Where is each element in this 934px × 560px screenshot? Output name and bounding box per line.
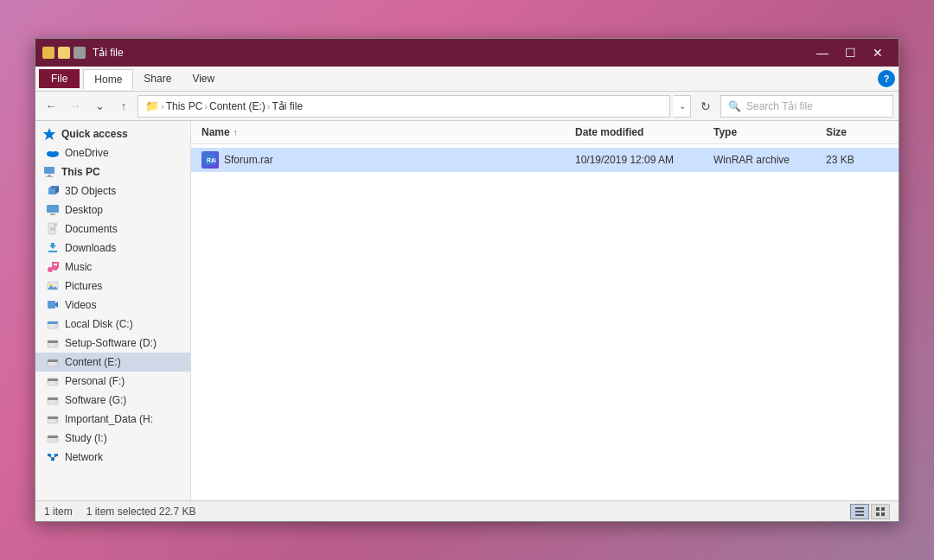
svg-point-32 — [55, 325, 57, 327]
this-pc-label: This PC — [61, 166, 100, 178]
cube-icon — [46, 184, 60, 198]
back-button[interactable]: ← — [41, 96, 61, 117]
file-type-cell: WinRAR archive — [710, 152, 822, 168]
sidebar-item-onedrive[interactable]: OneDrive — [35, 143, 190, 162]
title-bar-icons — [42, 47, 86, 59]
svg-rect-11 — [50, 213, 55, 215]
sidebar-item-3d-objects[interactable]: 3D Objects — [35, 181, 190, 200]
file-date: 10/19/2019 12:09 AM — [575, 154, 674, 166]
maximize-button[interactable]: ☐ — [836, 41, 864, 65]
cloud-icon — [46, 146, 60, 160]
sidebar-item-network[interactable]: Network — [35, 448, 190, 467]
tab-share[interactable]: Share — [133, 69, 182, 88]
svg-rect-62 — [881, 507, 885, 511]
sidebar: Quick access OneDrive This PC — [35, 121, 191, 500]
disk-f-icon — [46, 374, 60, 388]
col-name-label: Name — [202, 126, 230, 138]
tiles-view-button[interactable] — [871, 504, 890, 519]
minimize-button[interactable]: — — [809, 41, 836, 65]
search-icon: 🔍 — [728, 100, 741, 112]
sidebar-item-documents[interactable]: Documents — [35, 220, 190, 239]
col-name[interactable]: Name ↑ — [198, 124, 572, 140]
folder-icon-small: 📁 — [145, 99, 159, 112]
col-size[interactable]: Size — [822, 124, 892, 140]
file-date-cell: 10/19/2019 12:09 AM — [572, 152, 710, 168]
svg-rect-37 — [48, 360, 58, 362]
3d-objects-label: 3D Objects — [65, 185, 116, 197]
desktop-icon — [46, 203, 60, 217]
sidebar-item-pictures[interactable]: Pictures — [35, 277, 190, 296]
svg-rect-28 — [48, 301, 55, 309]
svg-rect-6 — [46, 176, 53, 177]
svg-rect-10 — [47, 205, 59, 213]
sidebar-item-setup-software-d[interactable]: Setup-Software (D:) — [35, 334, 190, 353]
setup-software-d-label: Setup-Software (D:) — [65, 337, 157, 349]
svg-marker-0 — [43, 128, 55, 140]
sidebar-item-music[interactable]: Music — [35, 258, 190, 277]
sidebar-item-this-pc[interactable]: This PC — [35, 162, 190, 181]
file-size: 23 KB — [826, 154, 854, 166]
sidebar-item-downloads[interactable]: Downloads — [35, 239, 190, 258]
item-count: 1 item — [44, 506, 73, 518]
recent-locations-button[interactable]: ⌄ — [89, 96, 110, 117]
sidebar-item-important-data-h[interactable]: Important_Data (H: — [35, 410, 190, 429]
details-view-button[interactable] — [850, 504, 869, 519]
star-icon — [42, 127, 56, 141]
title-icon-2 — [58, 47, 70, 59]
col-date[interactable]: Date modified — [572, 124, 710, 140]
disk-i-icon — [46, 431, 60, 445]
file-list: RAR Sforum.rar 10/19/2019 12:09 AM WinRA… — [191, 144, 899, 500]
sidebar-item-videos[interactable]: Videos — [35, 296, 190, 315]
forward-button[interactable]: → — [65, 96, 86, 117]
pictures-label: Pictures — [65, 280, 102, 292]
svg-rect-46 — [48, 417, 58, 419]
svg-rect-31 — [48, 321, 58, 324]
svg-rect-5 — [48, 175, 51, 176]
svg-rect-24 — [52, 262, 59, 264]
music-label: Music — [65, 261, 92, 273]
sidebar-item-quick-access[interactable]: Quick access — [35, 124, 190, 143]
refresh-button[interactable]: ↻ — [694, 95, 717, 118]
sidebar-item-content-e[interactable]: Content (E:) — [35, 353, 190, 372]
tab-view[interactable]: View — [182, 69, 225, 88]
status-bar: 1 item 1 item selected 22.7 KB — [35, 500, 899, 521]
title-icon-3 — [74, 47, 86, 59]
disk-e-icon — [46, 355, 60, 369]
close-button[interactable]: ✕ — [864, 41, 892, 65]
sidebar-item-personal-f[interactable]: Personal (F:) — [35, 372, 190, 391]
tab-file[interactable]: File — [39, 69, 80, 88]
explorer-window: Tải file — ☐ ✕ File Home Share View ? ← … — [35, 38, 899, 522]
disk-h-icon — [46, 412, 60, 426]
svg-rect-43 — [48, 398, 58, 400]
winrar-icon: RAR — [202, 151, 219, 169]
sidebar-item-local-disk-c[interactable]: Local Disk (C:) — [35, 315, 190, 334]
sidebar-item-software-g[interactable]: Software (G:) — [35, 391, 190, 410]
disk-g-icon — [46, 393, 60, 407]
videos-label: Videos — [65, 299, 96, 311]
view-toggle — [850, 504, 890, 519]
svg-point-38 — [55, 363, 57, 365]
desktop-label: Desktop — [65, 204, 103, 216]
col-type[interactable]: Type — [710, 124, 822, 140]
table-row[interactable]: RAR Sforum.rar 10/19/2019 12:09 AM WinRA… — [191, 148, 899, 172]
software-g-label: Software (G:) — [65, 394, 126, 406]
svg-line-54 — [49, 456, 53, 458]
sidebar-item-study-i[interactable]: Study (I:) — [35, 429, 190, 448]
svg-rect-19 — [51, 243, 54, 247]
title-bar: Tải file — ☐ ✕ — [35, 39, 899, 67]
search-box[interactable]: 🔍 Search Tải file — [720, 95, 893, 118]
up-button[interactable]: ↑ — [113, 96, 134, 117]
help-button[interactable]: ? — [878, 70, 895, 87]
sort-arrow: ↑ — [234, 128, 238, 137]
svg-rect-60 — [855, 514, 864, 516]
music-icon — [46, 260, 60, 274]
svg-point-47 — [55, 420, 57, 422]
address-dropdown[interactable]: ⌄ — [674, 95, 691, 118]
sidebar-item-desktop[interactable]: Desktop — [35, 200, 190, 220]
svg-point-3 — [52, 151, 59, 156]
tab-home[interactable]: Home — [83, 69, 133, 90]
title-bar-controls: — ☐ ✕ — [809, 41, 892, 65]
address-path[interactable]: 📁 › This PC › Content (E:) › Tải file — [138, 95, 670, 118]
important-data-h-label: Important_Data (H: — [65, 413, 153, 425]
monitor-icon — [42, 165, 56, 179]
